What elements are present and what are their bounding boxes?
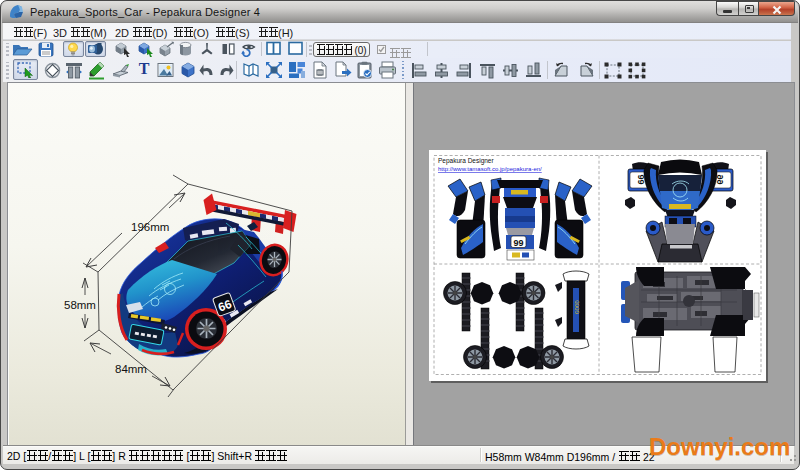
- svg-text:GOOD: GOOD: [575, 299, 580, 314]
- svg-text:84mm: 84mm: [115, 363, 147, 375]
- svg-text:Pepakura Designer: Pepakura Designer: [438, 157, 494, 165]
- svg-text:http://www.tamasoft.co.jp/pepa: http://www.tamasoft.co.jp/pepakura-en/: [438, 166, 542, 172]
- svg-text:99: 99: [514, 238, 524, 248]
- svg-text:58mm: 58mm: [64, 299, 96, 311]
- svg-text:196mm: 196mm: [131, 221, 169, 233]
